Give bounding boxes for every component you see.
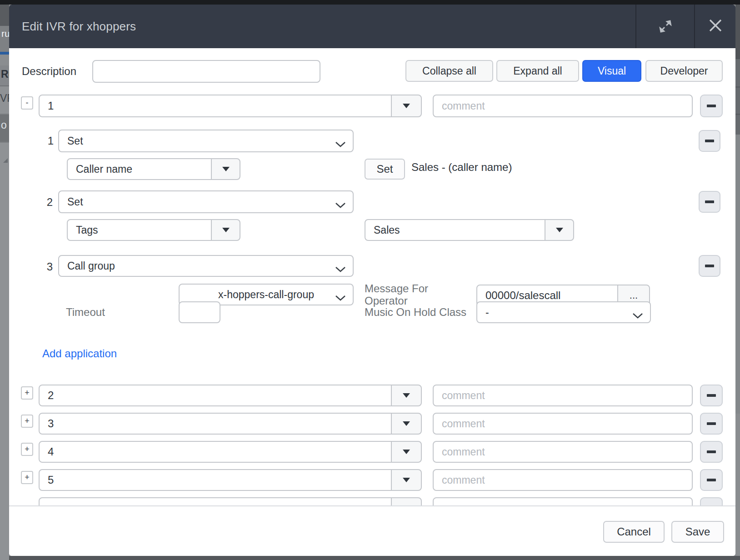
minus-icon (705, 265, 714, 267)
description-input[interactable] (92, 60, 320, 83)
expand-entry-button[interactable]: + (21, 471, 33, 484)
remove-app-button[interactable] (699, 255, 720, 277)
caret-down-icon (403, 393, 410, 398)
entry-comment-input[interactable] (433, 95, 693, 117)
call-group-value: x-hoppers-call-group (218, 289, 314, 301)
collapse-entry-button[interactable]: - (21, 96, 33, 110)
entry-digit-dropdown-button[interactable] (391, 385, 422, 406)
minus-icon (707, 450, 716, 453)
background-page-fragment (735, 59, 740, 135)
minus-icon (705, 200, 714, 203)
entry-digit-input[interactable] (39, 413, 392, 435)
set-variable-input[interactable] (67, 219, 212, 241)
entry-digit-input[interactable] (39, 385, 392, 406)
caret-down-icon (403, 450, 410, 454)
entry-digit-dropdown-button[interactable] (391, 95, 422, 117)
entry-digit-input[interactable] (39, 95, 392, 117)
entry-comment-input[interactable] (433, 413, 693, 435)
caret-down-icon (222, 228, 230, 232)
message-for-operator-label: Message For Operator (365, 282, 446, 307)
modal-footer: Cancel Save (9, 505, 735, 556)
developer-mode-button[interactable]: Developer (645, 60, 723, 82)
minus-icon (707, 394, 716, 397)
set-value-dropdown-button[interactable] (545, 219, 574, 241)
entry-digit-dropdown-button[interactable] (391, 497, 422, 505)
set-value-button[interactable]: Set (365, 159, 405, 180)
modal-body: Description Collapse all Expand all Visu… (9, 48, 735, 505)
entry-digit-input-partial[interactable] (39, 497, 392, 505)
background-page-fragment (0, 55, 9, 65)
chevron-down-icon (335, 292, 346, 304)
expand-all-button[interactable]: Expand all (496, 60, 579, 82)
entry-digit-input[interactable] (39, 441, 392, 463)
minus-icon (705, 140, 714, 142)
backdrop-top-strip (0, 0, 740, 5)
set-variable-dropdown-button[interactable] (211, 158, 240, 180)
set-variable-dropdown-button[interactable] (211, 219, 240, 241)
expand-entry-button[interactable]: + (21, 386, 33, 400)
set-value-input[interactable] (365, 219, 545, 241)
save-button[interactable]: Save (671, 521, 724, 543)
entry-comment-input[interactable] (433, 469, 693, 491)
background-table-header-text: Ru (1, 68, 9, 80)
cancel-button[interactable]: Cancel (603, 521, 665, 543)
music-on-hold-select[interactable]: - (476, 301, 651, 323)
remove-app-button[interactable] (699, 130, 720, 152)
close-icon (708, 18, 723, 35)
background-row-text: o : (1, 119, 9, 131)
background-page-fragment (735, 135, 740, 414)
edit-ivr-modal: Edit IVR for xhoppers (9, 5, 735, 556)
set-variable-input[interactable] (67, 158, 212, 180)
entry-digit-dropdown-button[interactable] (391, 469, 422, 491)
timeout-label: Timeout (66, 306, 105, 319)
backdrop-bottom-strip (9, 556, 740, 560)
remove-app-button[interactable] (699, 191, 720, 213)
entry-digit-dropdown-button[interactable] (391, 441, 422, 463)
caret-down-icon (556, 228, 563, 232)
caret-down-icon (403, 478, 410, 482)
description-label: Description (22, 65, 76, 78)
remove-entry-button[interactable] (700, 413, 723, 435)
app-index: 3 (39, 260, 53, 273)
app-type-value: Set (67, 135, 83, 147)
timeout-input[interactable] (179, 301, 220, 323)
entry-digit-input[interactable] (39, 469, 392, 491)
music-on-hold-value: - (485, 306, 489, 319)
entry-digit-dropdown-button[interactable] (391, 413, 422, 435)
minus-icon (707, 422, 716, 425)
app-type-select[interactable]: Set (58, 130, 354, 152)
app-type-select[interactable]: Set (58, 190, 354, 213)
backdrop-left-strip: ru Ru VF o : (0, 5, 9, 560)
expand-entry-button[interactable]: + (21, 415, 33, 428)
remove-entry-button[interactable] (700, 385, 723, 406)
entry-comment-input[interactable] (433, 441, 693, 463)
remove-entry-button[interactable] (700, 497, 723, 505)
modal-header: Edit IVR for xhoppers (9, 5, 735, 48)
close-button[interactable] (695, 5, 735, 48)
background-page-fragment (735, 414, 740, 560)
minus-icon (707, 105, 716, 107)
add-application-link[interactable]: Add application (42, 347, 117, 360)
expand-entry-button[interactable]: + (21, 443, 33, 456)
background-page-fragment (735, 86, 740, 88)
visual-mode-button[interactable]: Visual (582, 60, 641, 82)
set-result-text: Sales - (caller name) (411, 161, 512, 174)
entry-comment-input[interactable] (433, 385, 693, 406)
chevron-down-icon (335, 199, 346, 211)
caret-down-icon (403, 104, 410, 108)
backdrop-right-strip (735, 5, 740, 560)
chevron-down-icon (632, 310, 643, 322)
app-type-select[interactable]: Call group (58, 255, 354, 277)
remove-entry-button[interactable] (700, 95, 723, 117)
app-index: 2 (39, 196, 53, 209)
remove-entry-button[interactable] (700, 441, 723, 463)
app-index: 1 (40, 135, 54, 147)
fullscreen-button[interactable] (636, 5, 694, 48)
collapse-all-button[interactable]: Collapse all (405, 60, 493, 82)
app-type-value: Call group (67, 260, 115, 272)
background-page-fragment (0, 5, 9, 26)
remove-entry-button[interactable] (700, 469, 723, 491)
app-type-value: Set (67, 196, 83, 208)
entry-comment-input-partial[interactable] (433, 497, 693, 505)
background-sort-icon (3, 155, 8, 165)
